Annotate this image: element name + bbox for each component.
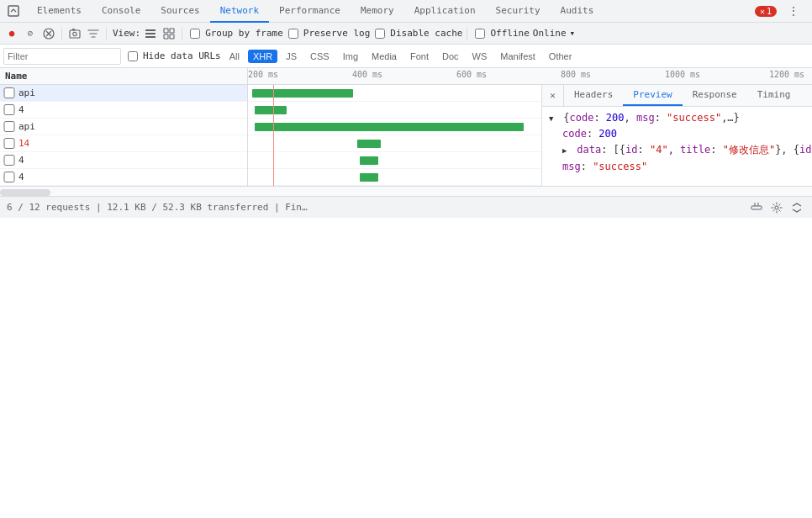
screenshot-view-button[interactable] <box>161 25 177 42</box>
json-root-line: {code: 200, msg: "success",…} <box>549 110 805 126</box>
table-row[interactable]: api <box>0 85 247 102</box>
font-filter[interactable]: Font <box>405 50 434 63</box>
disable-cache-checkbox[interactable] <box>375 29 385 39</box>
tab-performance[interactable]: Performance <box>269 0 351 23</box>
tick-600ms: 600 ms <box>456 70 487 79</box>
request-name: 14 <box>18 138 247 149</box>
camera-button[interactable] <box>66 25 83 42</box>
list-view-button[interactable] <box>142 25 159 42</box>
json-code-line: code: 200 <box>549 126 805 142</box>
clear-button[interactable] <box>40 25 57 42</box>
tab-response[interactable]: Response <box>683 85 747 106</box>
tab-preview[interactable]: Preview <box>623 85 682 106</box>
doc-filter[interactable]: Doc <box>437 50 464 63</box>
group-by-frame-checkbox[interactable] <box>190 29 200 39</box>
json-msg-line: msg: "success" <box>549 159 805 175</box>
timeline-header: Name 200 ms 400 ms 600 ms 800 ms 1000 ms… <box>0 68 812 85</box>
waterfall-panel <box>248 85 542 186</box>
svg-rect-14 <box>751 206 762 209</box>
row-checkbox[interactable] <box>3 138 15 149</box>
waterfall-row <box>248 135 541 152</box>
svg-rect-7 <box>145 29 156 31</box>
request-name: 4 <box>18 155 247 166</box>
sep2 <box>106 27 107 40</box>
stop-button[interactable]: ⊘ <box>22 25 39 42</box>
other-filter[interactable]: Other <box>544 50 577 63</box>
settings-icon[interactable] <box>768 199 785 216</box>
filter-button[interactable] <box>85 25 102 42</box>
offline-group: Offline <box>475 28 529 39</box>
tab-timing[interactable]: Timing <box>747 85 801 106</box>
all-filter[interactable]: All <box>224 50 245 63</box>
tab-application[interactable]: Application <box>404 0 486 23</box>
bottom-scrollbar[interactable] <box>0 186 812 196</box>
tab-headers[interactable]: Headers <box>564 85 623 106</box>
tab-elements[interactable]: Elements <box>27 0 92 23</box>
waterfall-row <box>248 119 541 135</box>
row-checkbox[interactable] <box>3 172 15 182</box>
more-icon[interactable]: ⋮ <box>780 0 807 23</box>
xhr-filter[interactable]: XHR <box>248 50 277 63</box>
data-expand-triangle[interactable] <box>562 142 571 158</box>
svg-rect-6 <box>72 29 75 30</box>
middle-icon[interactable] <box>748 199 765 216</box>
table-row[interactable]: api <box>0 119 247 135</box>
svg-point-17 <box>775 206 778 209</box>
row-checkbox[interactable] <box>3 121 15 132</box>
disable-cache-group: Disable cache <box>375 28 462 39</box>
request-name: 4 <box>18 172 247 182</box>
row-checkbox[interactable] <box>3 104 15 115</box>
vertical-marker <box>273 85 274 186</box>
inspect-icon[interactable] <box>0 0 27 23</box>
table-row[interactable]: 14 <box>0 135 247 152</box>
css-filter[interactable]: CSS <box>305 50 335 63</box>
waterfall-bar <box>360 173 378 182</box>
disable-cache-label: Disable cache <box>390 28 462 39</box>
preserve-log-checkbox[interactable] <box>288 29 298 39</box>
offline-checkbox[interactable] <box>475 29 485 39</box>
waterfall-row <box>248 102 541 119</box>
svg-rect-8 <box>145 33 156 34</box>
filter-input[interactable] <box>3 48 121 65</box>
status-text: 6 / 12 requests | 12.1 KB / 52.3 KB tran… <box>7 202 308 213</box>
tick-200ms: 200 ms <box>248 70 278 79</box>
ws-filter[interactable]: WS <box>467 50 493 63</box>
row-checkbox[interactable] <box>3 155 15 166</box>
table-row[interactable]: 4 <box>0 152 247 169</box>
waterfall-bar <box>357 140 381 148</box>
tab-audits[interactable]: Audits <box>551 0 604 23</box>
close-detail-button[interactable]: ✕ <box>542 85 564 107</box>
js-filter[interactable]: JS <box>281 50 302 63</box>
detail-tabs: ✕ Headers Preview Response Timing <box>542 85 812 107</box>
tab-memory[interactable]: Memory <box>351 0 404 23</box>
waterfall-bar <box>255 106 287 114</box>
waterfall-row <box>248 85 541 102</box>
expand-triangle[interactable] <box>549 110 557 126</box>
svg-point-5 <box>73 32 76 35</box>
tab-network[interactable]: Network <box>210 0 269 23</box>
request-list-panel: api 4 api 14 4 4 <box>0 85 248 186</box>
hide-data-urls-checkbox[interactable] <box>128 51 138 61</box>
network-table: api 4 api 14 4 4 <box>0 85 812 186</box>
manifest-filter[interactable]: Manifest <box>495 50 540 63</box>
request-name: 4 <box>18 104 247 115</box>
tick-1000ms: 1000 ms <box>665 70 700 79</box>
table-row[interactable]: 4 <box>0 102 247 119</box>
tab-security[interactable]: Security <box>486 0 551 23</box>
waterfall-bar <box>255 123 524 131</box>
sep1 <box>61 27 62 40</box>
tab-sources[interactable]: Sources <box>150 0 209 23</box>
scrollbar-thumb[interactable] <box>0 189 50 196</box>
network-toolbar: ● ⊘ View: <box>0 23 812 45</box>
tab-console[interactable]: Console <box>92 0 150 23</box>
media-filter[interactable]: Media <box>366 50 402 63</box>
waterfall-row <box>248 169 541 186</box>
expand-icon[interactable] <box>788 199 805 216</box>
row-checkbox[interactable] <box>3 87 15 98</box>
record-button[interactable]: ● <box>3 25 20 42</box>
img-filter[interactable]: Img <box>338 50 363 63</box>
table-row[interactable]: 4 <box>0 169 247 186</box>
throttle-select[interactable]: Online ▾ <box>531 28 575 39</box>
sep3 <box>182 27 182 40</box>
name-header-label: Name <box>5 71 28 82</box>
